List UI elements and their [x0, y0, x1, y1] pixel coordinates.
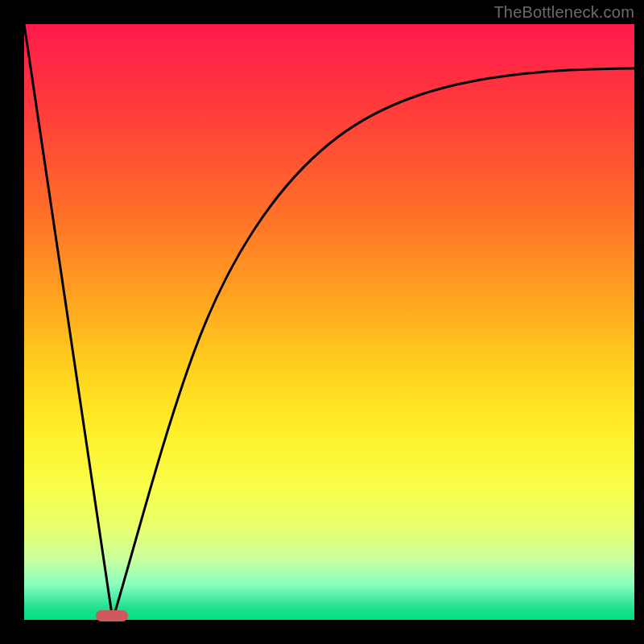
chart-frame: TheBottleneck.com: [0, 0, 644, 644]
curve-layer: [24, 24, 634, 620]
right-curve-path: [113, 68, 634, 620]
left-line-path: [24, 24, 113, 620]
minimum-marker: [96, 610, 128, 621]
watermark-text: TheBottleneck.com: [493, 3, 634, 22]
